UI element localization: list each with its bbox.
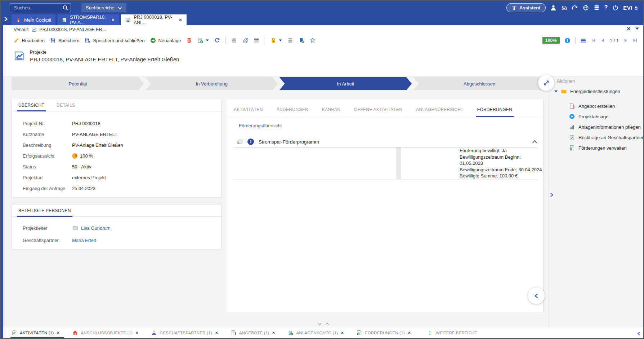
close-icon[interactable] bbox=[179, 18, 182, 22]
project-record-icon bbox=[14, 49, 25, 63]
funding-detail-line: Förderung bewilligt: Ja bbox=[460, 148, 543, 154]
close-record-icon[interactable] bbox=[626, 26, 631, 31]
globe-icon[interactable] bbox=[583, 5, 589, 11]
tab-foerderungen-active[interactable]: FÖRDERUNGEN bbox=[477, 107, 512, 117]
bottom-tab-anlagenkonto[interactable]: ANLAGENKONTO (1) bbox=[288, 327, 350, 338]
bottom-tab-geschaeftspartner[interactable]: GESCHÄFTSPARTNER (1) bbox=[151, 327, 224, 338]
field-row: Erfolgsaussicht 100 % bbox=[23, 150, 222, 161]
tab-anlagenuebersicht[interactable]: ANLAGENÜBERSICHT bbox=[416, 107, 464, 117]
more-areas-button[interactable]: ⋮ WEITERE BEREICHE bbox=[428, 330, 477, 335]
first-record-icon[interactable] bbox=[591, 38, 596, 43]
last-record-icon[interactable] bbox=[632, 38, 638, 43]
close-icon[interactable] bbox=[111, 18, 115, 22]
tree-expander-icon[interactable] bbox=[554, 90, 558, 93]
redo-icon[interactable] bbox=[572, 5, 578, 11]
info-icon[interactable] bbox=[564, 38, 571, 44]
record-toggle-icon[interactable] bbox=[237, 139, 243, 145]
bottom-tab-foerderungen[interactable]: FÖRDERUNGEN (1) bbox=[357, 327, 417, 338]
action-foerderungen-verwalten[interactable]: Förderungen verwalten bbox=[569, 145, 627, 151]
stage-abgeschlossen[interactable]: Abgeschlossen bbox=[413, 77, 546, 90]
favorite-star-icon[interactable] bbox=[310, 38, 316, 43]
logout-power-icon[interactable] bbox=[612, 5, 618, 11]
new-record-button[interactable]: Neuanlage bbox=[150, 38, 181, 43]
chevron-down-icon[interactable] bbox=[318, 322, 322, 326]
close-icon[interactable] bbox=[57, 331, 60, 334]
bookmark-add-icon[interactable] bbox=[299, 38, 304, 43]
window-tab-project-active[interactable]: PRJ 0000018, PV-ANL... bbox=[121, 14, 187, 25]
inbox-tray-icon[interactable] bbox=[561, 5, 567, 11]
close-icon[interactable] bbox=[341, 331, 344, 334]
stage-in-vorbereitung[interactable]: In Vorbereitung bbox=[146, 77, 278, 90]
database-icon[interactable] bbox=[594, 5, 600, 11]
tab-beteiligte-personen[interactable]: BETEILIGTE PERSONEN bbox=[18, 208, 71, 216]
field-value: externes Projekt bbox=[72, 175, 106, 180]
window-tab-stromspar[interactable]: STROMSPAR10, PV-A... bbox=[57, 14, 119, 25]
save-button[interactable]: Speichern bbox=[50, 38, 80, 43]
tab-kanban[interactable]: KANBAN bbox=[322, 107, 340, 117]
tab-offene-aktivitaeten[interactable]: OFFENE AKTIVITÄTEN bbox=[354, 107, 402, 117]
envelope-icon[interactable] bbox=[72, 225, 79, 231]
action-projektabsage[interactable]: Projektabsage bbox=[569, 114, 608, 119]
permissions-button[interactable] bbox=[270, 38, 282, 43]
stage-potential[interactable]: Potential bbox=[12, 77, 144, 90]
close-icon[interactable] bbox=[272, 331, 275, 334]
chevron-down-icon[interactable] bbox=[206, 39, 209, 41]
funding-group-row[interactable]: 1 Stromspar-Förderprogramm bbox=[237, 136, 537, 148]
tab-details[interactable]: DETAILS bbox=[57, 103, 75, 111]
home-icon bbox=[16, 17, 21, 23]
search-input[interactable] bbox=[13, 5, 62, 11]
delete-icon[interactable] bbox=[186, 38, 192, 43]
calendar-icon[interactable] bbox=[254, 38, 259, 43]
funding-card: AKTIVITÄTEN ÄNDERUNGEN KANBAN OFFENE AKT… bbox=[227, 99, 544, 313]
close-icon[interactable] bbox=[135, 331, 139, 334]
tab-aenderungen[interactable]: ÄNDERUNGEN bbox=[277, 107, 308, 117]
next-record-icon[interactable] bbox=[623, 38, 628, 43]
chevron-down-icon[interactable] bbox=[279, 39, 282, 41]
bottom-tab-anschlussobjekte[interactable]: ANSCHLUSSOBJEKTE (1) bbox=[72, 327, 145, 338]
close-icon[interactable] bbox=[408, 331, 411, 334]
tab-overflow-chevron-icon[interactable] bbox=[3, 17, 8, 22]
search-scope-dropdown[interactable]: Suchbereiche bbox=[81, 3, 126, 12]
scroll-tabs-left-icon[interactable] bbox=[637, 331, 641, 336]
zoom-level-badge[interactable]: 100% bbox=[542, 37, 560, 44]
collapse-panel-button[interactable] bbox=[528, 287, 545, 304]
person-link[interactable]: Lisa Gundrum bbox=[81, 225, 111, 231]
bottom-tab-angebote[interactable]: ANGEBOTE (1) bbox=[231, 327, 282, 338]
chevron-down-icon[interactable] bbox=[635, 27, 639, 30]
person-link[interactable]: Maria Ertelt bbox=[72, 238, 96, 243]
collapse-chevron-icon[interactable] bbox=[532, 139, 537, 145]
window-tab-cockpit[interactable]: Mein Cockpit bbox=[12, 14, 55, 25]
action-anlageninformationen[interactable]: Anlageninformationen pflegen bbox=[569, 124, 641, 130]
user-icon[interactable] bbox=[550, 5, 556, 11]
copy-record-button[interactable] bbox=[197, 38, 209, 43]
global-search[interactable] bbox=[10, 3, 71, 12]
window-tabstrip: Mein Cockpit STROMSPAR10, PV-A... PRJ 00… bbox=[1, 14, 643, 25]
actions-sidebar: Aktionen Energiedienstleistungen Angebot… bbox=[549, 76, 644, 327]
close-icon[interactable] bbox=[215, 331, 218, 334]
chevron-up-icon[interactable] bbox=[325, 322, 329, 326]
archive-icon[interactable] bbox=[287, 38, 293, 43]
search-icon[interactable] bbox=[62, 5, 68, 11]
history-item-link[interactable]: PRJ 0000018, PV-ANLAGE ER... bbox=[39, 27, 106, 32]
edit-button[interactable]: Bearbeiten bbox=[14, 38, 45, 43]
menu-icon[interactable] bbox=[580, 38, 586, 44]
print-icon[interactable] bbox=[231, 38, 237, 43]
actions-group[interactable]: Energiedienstleistungen bbox=[554, 88, 620, 94]
save-close-button[interactable]: Speichern und schließen bbox=[85, 38, 144, 43]
previous-record-icon[interactable] bbox=[600, 38, 605, 43]
lock-icon bbox=[270, 38, 276, 43]
action-rueckfrage[interactable]: Rückfrage an Geschäftspartner bbox=[569, 135, 644, 140]
tab-aktivitaeten[interactable]: AKTIVITÄTEN bbox=[234, 107, 263, 117]
action-angebot-erstellen[interactable]: Angebot erstellen bbox=[569, 103, 615, 109]
clipboard-check-icon bbox=[12, 330, 17, 335]
bottom-tab-aktivitaeten[interactable]: AKTIVITÄTEN (1) bbox=[12, 327, 66, 338]
count-badge: 1 bbox=[247, 138, 254, 145]
paperclip-icon[interactable] bbox=[242, 38, 248, 43]
refresh-icon[interactable] bbox=[214, 38, 220, 43]
sidebar-collapse-chevron-icon[interactable] bbox=[549, 193, 554, 197]
tab-uebersicht[interactable]: ÜBERSICHT bbox=[18, 103, 44, 111]
help-icon[interactable]: ? bbox=[604, 4, 608, 11]
bottom-panel-resize[interactable] bbox=[318, 322, 329, 326]
stage-in-arbeit-active[interactable]: In Arbeit bbox=[279, 77, 412, 90]
assistant-button[interactable]: Assistent bbox=[506, 3, 546, 12]
